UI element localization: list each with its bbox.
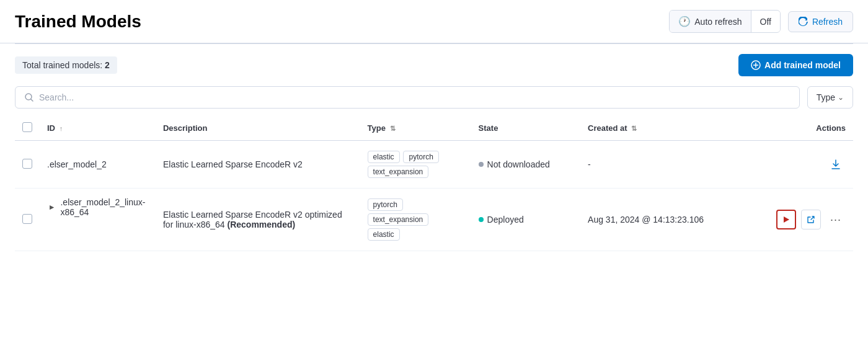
id-column-header[interactable]: ID ↑ bbox=[40, 116, 156, 141]
total-count-badge: Total trained models: 2 bbox=[15, 56, 117, 74]
row2-state: Deployed bbox=[471, 189, 580, 251]
auto-refresh-label: 🕐 Auto refresh bbox=[670, 11, 751, 32]
chevron-down-icon: ⌄ bbox=[838, 93, 844, 102]
row2-description: Elastic Learned Sparse EncodeR v2 optimi… bbox=[156, 189, 360, 251]
row2-more-button[interactable]: ··· bbox=[826, 210, 846, 229]
row1-id: .elser_model_2 bbox=[40, 141, 156, 189]
clock-icon: 🕐 bbox=[678, 16, 691, 27]
row1-action-buttons bbox=[754, 154, 846, 174]
search-input-wrapper[interactable] bbox=[15, 86, 800, 109]
row2-actions: ··· bbox=[746, 189, 853, 251]
download-icon bbox=[830, 159, 841, 170]
row2-state-dot bbox=[479, 217, 484, 222]
select-all-header[interactable] bbox=[15, 116, 40, 141]
description-column-header: Description bbox=[156, 116, 360, 141]
row2-expand-button[interactable]: ► bbox=[47, 201, 56, 213]
row2-checkbox-cell[interactable] bbox=[15, 189, 40, 251]
row2-tag-text-expansion: text_expansion bbox=[368, 213, 429, 226]
row2-tag-pytorch: pytorch bbox=[368, 198, 403, 211]
row2-type: pytorch text_expansion elastic bbox=[360, 189, 471, 251]
row1-state: Not downloaded bbox=[471, 141, 580, 189]
type-sort-icon: ⇅ bbox=[390, 125, 396, 132]
models-table: ID ↑ Description Type ⇅ State Created at… bbox=[15, 116, 853, 251]
page-title: Trained Models bbox=[15, 12, 141, 32]
play-icon bbox=[782, 215, 790, 224]
row2-description-suffix: (Recommended) bbox=[227, 220, 295, 229]
row2-id: ► .elser_model_2_linux-x86_64 bbox=[40, 189, 156, 226]
created-sort-icon: ⇅ bbox=[631, 125, 637, 132]
created-at-column-header[interactable]: Created at ⇅ bbox=[580, 116, 746, 141]
row2-created-at: Aug 31, 2024 @ 14:13:23.106 bbox=[580, 189, 746, 251]
row2-play-button[interactable] bbox=[776, 210, 796, 229]
row2-tag-elastic: elastic bbox=[368, 228, 400, 241]
add-trained-model-button[interactable]: Add trained model bbox=[738, 54, 853, 76]
row1-tag-pytorch: pytorch bbox=[403, 151, 438, 163]
row1-type: elastic pytorch text_expansion bbox=[360, 141, 471, 189]
refresh-button[interactable]: Refresh bbox=[788, 11, 853, 32]
id-sort-icon: ↑ bbox=[60, 125, 63, 132]
row2-action-buttons: ··· bbox=[754, 210, 846, 229]
row1-checkbox-cell[interactable] bbox=[15, 141, 40, 189]
search-icon bbox=[24, 92, 34, 102]
search-input[interactable] bbox=[39, 92, 790, 102]
state-column-header: State bbox=[471, 116, 580, 141]
row2-checkbox[interactable] bbox=[22, 214, 32, 224]
row1-actions bbox=[746, 141, 853, 189]
svg-line-4 bbox=[31, 99, 33, 101]
row1-checkbox[interactable] bbox=[22, 159, 32, 169]
svg-marker-6 bbox=[784, 216, 789, 223]
toolbar: Total trained models: 2 Add trained mode… bbox=[0, 44, 868, 86]
page-header: Trained Models 🕐 Auto refresh Off Refres… bbox=[0, 0, 868, 43]
row1-state-dot bbox=[479, 162, 484, 167]
plus-circle-icon bbox=[751, 60, 761, 70]
search-bar: Type ⌄ bbox=[0, 86, 868, 116]
table-row: ► .elser_model_2_linux-x86_64 Elastic Le… bbox=[15, 189, 853, 251]
auto-refresh-value[interactable]: Off bbox=[751, 12, 780, 32]
row1-tag-elastic: elastic bbox=[368, 151, 400, 163]
row1-created-at: - bbox=[580, 141, 746, 189]
ellipsis-icon: ··· bbox=[830, 213, 841, 226]
row1-tag-text-expansion: text_expansion bbox=[368, 166, 429, 178]
type-column-header[interactable]: Type ⇅ bbox=[360, 116, 471, 141]
header-controls: 🕐 Auto refresh Off Refresh bbox=[669, 10, 853, 33]
actions-column-header: Actions bbox=[746, 116, 853, 141]
row1-download-button[interactable] bbox=[826, 154, 846, 174]
table-body: .elser_model_2 Elastic Learned Sparse En… bbox=[15, 141, 853, 251]
table-header: ID ↑ Description Type ⇅ State Created at… bbox=[15, 116, 853, 141]
models-table-container: ID ↑ Description Type ⇅ State Created at… bbox=[0, 116, 868, 251]
type-filter-dropdown[interactable]: Type ⌄ bbox=[807, 86, 853, 109]
refresh-icon bbox=[799, 17, 808, 27]
table-row: .elser_model_2 Elastic Learned Sparse En… bbox=[15, 141, 853, 189]
row1-description: Elastic Learned Sparse EncodeR v2 bbox=[156, 141, 360, 189]
select-all-checkbox[interactable] bbox=[22, 122, 32, 132]
row2-export-button[interactable] bbox=[801, 210, 821, 229]
export-icon bbox=[806, 215, 816, 225]
auto-refresh-control[interactable]: 🕐 Auto refresh Off bbox=[669, 10, 781, 33]
